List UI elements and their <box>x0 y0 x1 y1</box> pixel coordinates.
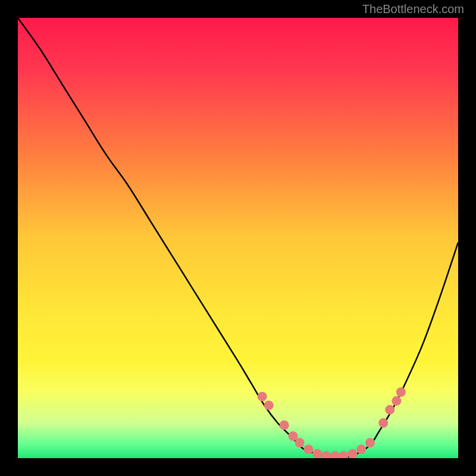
marker-point <box>356 444 366 454</box>
marker-point <box>295 438 305 447</box>
marker-point <box>378 418 388 428</box>
chart-svg <box>18 18 458 458</box>
marker-point <box>347 449 357 458</box>
marker-point <box>385 405 394 415</box>
marker-point <box>365 438 375 447</box>
marker-point <box>392 396 401 406</box>
marker-point <box>312 449 322 458</box>
marker-point <box>396 387 406 397</box>
attribution-text: TheBottleneck.com <box>362 2 464 16</box>
chart-container: TheBottleneck.com <box>0 0 476 476</box>
marker-point <box>303 444 313 454</box>
marker-point <box>258 392 267 401</box>
plot-area <box>18 18 458 458</box>
marker-point <box>264 400 274 410</box>
marker-point <box>280 421 289 430</box>
gradient-background <box>18 18 458 458</box>
